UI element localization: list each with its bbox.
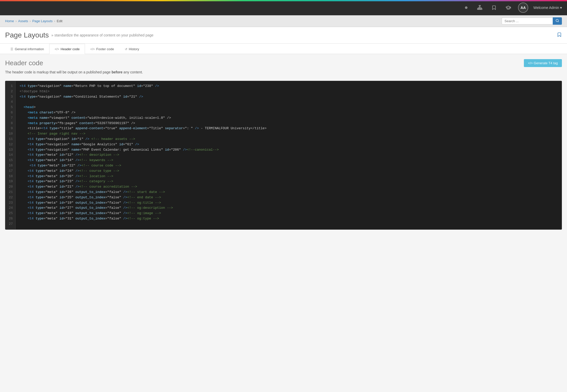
status-dot xyxy=(465,6,467,9)
header-code-icon: </> xyxy=(55,47,59,51)
page-header: Page Layouts » standardize the appearanc… xyxy=(0,27,567,44)
graduation-icon[interactable] xyxy=(504,3,513,12)
code-lines-container: 1234567891011121314151617181920212223242… xyxy=(5,81,562,229)
tab-history[interactable]: ↺ History xyxy=(119,44,144,54)
breadcrumb-sep-2: › xyxy=(30,19,31,23)
breadcrumb-page-layouts[interactable]: Page Layouts xyxy=(32,19,53,23)
code-line: <title><t4 type="title" append-content="… xyxy=(20,126,558,131)
page-title-area: Page Layouts » standardize the appearanc… xyxy=(5,31,153,39)
breadcrumb-assets[interactable]: Assets xyxy=(18,19,28,23)
code-line: <!-- Inner page right nav --> xyxy=(20,131,558,137)
tab-header-code[interactable]: </> Header code xyxy=(49,44,85,54)
tab-general-information[interactable]: ☰ General information xyxy=(5,44,49,54)
code-line: <t4 type="meta" id="25" output_to_index=… xyxy=(20,195,558,200)
code-line: <t4 type="meta" id="26" output_to_index=… xyxy=(20,190,558,195)
code-line: <t4 type="meta" id="31" output_to_index=… xyxy=(20,216,558,221)
code-line: <meta charset="UTF-8" /> xyxy=(20,110,558,115)
tab-footer-label: Footer code xyxy=(96,47,114,51)
page-bookmark-icon[interactable] xyxy=(557,32,562,39)
code-line: <t4 type="meta" id="12" /><!-- descripti… xyxy=(20,152,558,158)
breadcrumb-home[interactable]: Home xyxy=(5,19,14,23)
code-line: <t4 type="navigation" name="Conditional … xyxy=(20,94,558,100)
code-editor[interactable]: 1234567891011121314151617181920212223242… xyxy=(5,81,562,230)
welcome-dropdown[interactable]: Welcome Admin ▾ xyxy=(533,6,562,10)
code-line: <t4 type="navigation" name="Google Analy… xyxy=(20,142,558,147)
section-description: The header code is markup that will be o… xyxy=(5,70,143,74)
code-line: <t4 type="navigation" name="PHP Event Ca… xyxy=(20,147,558,153)
svg-point-9 xyxy=(556,19,558,22)
code-line: <t4 type="meta" id="20" /><!-- location … xyxy=(20,174,558,179)
tab-header-label: Header code xyxy=(61,47,80,51)
page-subtitle: » standardize the appearance of content … xyxy=(51,33,153,37)
code-line: <meta property="fb:pages" content="53207… xyxy=(20,121,558,126)
code-line: <!doctype html> xyxy=(20,89,558,94)
code-line: <t4 type="meta" id="24" /><!-- course ty… xyxy=(20,168,558,174)
code-line xyxy=(20,221,558,227)
rainbow-bar xyxy=(0,0,567,1)
org-chart-icon[interactable] xyxy=(475,3,484,12)
code-line: <t4 type="navigation" name="Return PHP t… xyxy=(20,84,558,89)
tab-footer-code[interactable]: </> Footer code xyxy=(85,44,119,54)
breadcrumb-bar: Home › Assets › Page Layouts › Edit xyxy=(0,15,567,27)
footer-code-icon: </> xyxy=(90,47,95,51)
top-navigation: AA Welcome Admin ▾ xyxy=(0,0,567,15)
svg-line-10 xyxy=(558,21,559,22)
code-line: <t4 type="meta" id="23" /><!-- category … xyxy=(20,179,558,184)
line-numbers: 1234567891011121314151617181920212223242… xyxy=(5,81,16,229)
search-bar xyxy=(502,17,562,25)
code-line: <t4 type="meta" id="14" /><!-- keywords … xyxy=(20,158,558,163)
page-title: Page Layouts xyxy=(5,31,49,39)
code-line: <t4 type="meta" id="18" output_to_index=… xyxy=(20,211,558,216)
tabs-bar: ☰ General information </> Header code </… xyxy=(0,44,567,54)
section-header: Header code The header code is markup th… xyxy=(5,59,562,78)
code-line: <t4 type="meta" id="22" /><!-- course co… xyxy=(20,163,558,168)
code-content[interactable]: <t4 type="navigation" name="Return PHP t… xyxy=(16,81,562,229)
general-info-icon: ☰ xyxy=(10,47,13,51)
code-line: <t4 type="meta" id="19" output_to_index=… xyxy=(20,200,558,206)
code-line: <t4 type="meta" id="27" output_to_index=… xyxy=(20,205,558,211)
breadcrumb-sep-3: › xyxy=(54,19,55,23)
breadcrumb: Home › Assets › Page Layouts › Edit xyxy=(5,19,63,23)
search-input[interactable] xyxy=(502,18,553,24)
tab-general-label: General information xyxy=(15,47,44,51)
section-title-area: Header code The header code is markup th… xyxy=(5,59,143,78)
search-button[interactable] xyxy=(553,17,562,25)
code-line: <t4 type="meta" id="21" /><!-- course ac… xyxy=(20,184,558,190)
bookmark-nav-icon[interactable] xyxy=(489,3,499,12)
code-line: <head> xyxy=(20,105,558,110)
section-title: Header code xyxy=(5,59,143,67)
generate-t4-tag-button[interactable]: </> Generate T4 tag xyxy=(524,59,562,67)
code-line xyxy=(20,99,558,105)
history-icon: ↺ xyxy=(125,47,127,51)
tab-history-label: History xyxy=(129,47,139,51)
avatar: AA xyxy=(518,3,528,13)
code-line: <meta name="viewport" content="width=dev… xyxy=(20,115,558,121)
code-line: <t4 type="navigation" id="1" /> <!-- hea… xyxy=(20,137,558,142)
main-content: Header code The header code is markup th… xyxy=(0,54,567,235)
breadcrumb-edit: Edit xyxy=(57,19,62,23)
svg-rect-0 xyxy=(479,5,480,6)
breadcrumb-sep-1: › xyxy=(16,19,17,23)
